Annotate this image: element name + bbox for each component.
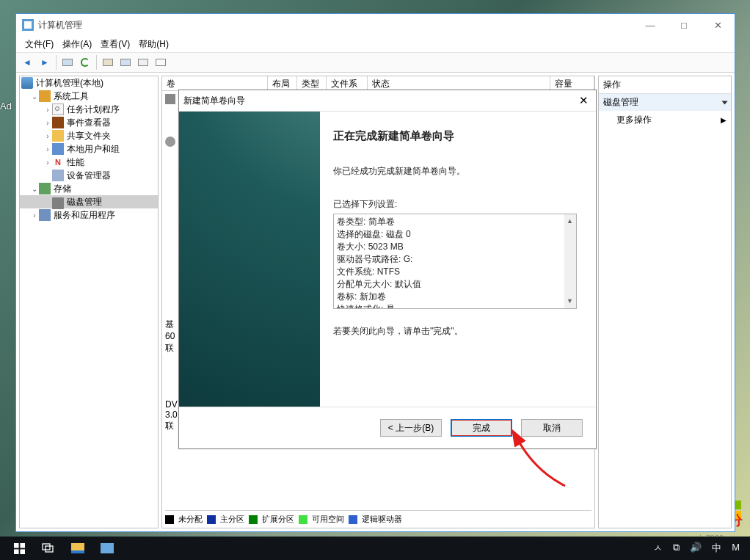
wizard-text-success: 你已经成功完成新建简单卷向导。 xyxy=(333,165,583,178)
taskbar[interactable]: ㅅ ⧉ 🔊 中 M xyxy=(0,537,750,560)
actions-pane: 操作 磁盘管理 更多操作 ▶ xyxy=(598,76,732,528)
mgmt-icon xyxy=(21,77,33,89)
minimize-button[interactable]: — xyxy=(633,14,667,36)
file-explorer-button[interactable] xyxy=(63,537,92,560)
cdrom-row-icon xyxy=(165,137,175,147)
disk-icon xyxy=(52,197,64,209)
actions-section[interactable]: 磁盘管理 xyxy=(599,94,731,111)
task-view-button[interactable] xyxy=(34,537,63,560)
start-button[interactable] xyxy=(4,537,34,560)
tray-ime-zh-icon[interactable]: 中 xyxy=(712,542,721,555)
tray-overflow-icon[interactable]: ㅅ xyxy=(653,542,663,555)
wizard-back-button[interactable]: < 上一步(B) xyxy=(380,419,442,437)
tree-storage[interactable]: ⌄ 存储 xyxy=(20,182,158,195)
wizard-finish-button[interactable]: 完成 xyxy=(451,419,512,437)
expand-icon[interactable]: › xyxy=(43,106,52,114)
wizard-close-button[interactable]: ✕ xyxy=(576,94,591,107)
col-layout[interactable]: 布局 xyxy=(268,76,297,90)
maximize-button[interactable]: □ xyxy=(667,14,701,36)
expand-icon[interactable]: › xyxy=(43,159,52,167)
wizard-title: 新建简单卷向导 xyxy=(183,95,245,107)
section-collapse-icon[interactable] xyxy=(722,101,728,104)
expand-icon[interactable]: › xyxy=(43,119,52,127)
app-icon xyxy=(22,19,34,31)
tray-network-icon[interactable]: ⧉ xyxy=(673,542,680,555)
event-icon xyxy=(52,117,64,128)
disk-legend: 未分配 主分区 扩展分区 可用空间 逻辑驱动器 xyxy=(165,510,591,525)
swatch-logical xyxy=(349,515,357,524)
tree-system-tools[interactable]: ⌄ 系统工具 xyxy=(20,90,158,103)
navigation-tree[interactable]: 计算机管理(本地) ⌄ 系统工具 › 任务计划程序 › 事件查看器 › 共享文件… xyxy=(19,76,159,528)
col-capacity[interactable]: 容量 xyxy=(550,76,594,90)
menu-file[interactable]: 文件(F) xyxy=(21,37,58,52)
actions-more[interactable]: 更多操作 ▶ xyxy=(599,111,731,129)
wizard-summary-list[interactable]: 卷类型: 简单卷 选择的磁盘: 磁盘 0 卷大小: 5023 MB 驱动器号或路… xyxy=(333,214,577,309)
tree-local-users[interactable]: › 本地用户和组 xyxy=(20,142,158,156)
users-icon xyxy=(52,143,64,155)
col-type[interactable]: 类型 xyxy=(297,76,327,90)
toolbar-btn-4[interactable] xyxy=(117,54,134,70)
summary-scrollbar[interactable] xyxy=(564,214,576,308)
new-simple-volume-wizard: 新建简单卷向导 ✕ 正在完成新建简单卷向导 你已经成功完成新建简单卷向导。 已选… xyxy=(178,90,597,449)
tray-ime-mode-icon[interactable]: M xyxy=(732,542,740,555)
summary-line: 快速格式化: 是 xyxy=(337,303,573,309)
toolbar: ◄ ► xyxy=(16,52,735,73)
tree-disk-management[interactable]: › 磁盘管理 xyxy=(20,195,158,208)
col-filesystem[interactable]: 文件系统 xyxy=(327,76,368,90)
tools-icon xyxy=(39,90,51,102)
nav-back-button[interactable]: ◄ xyxy=(19,54,35,70)
wizard-footer: < 上一步(B) 完成 取消 xyxy=(179,407,596,448)
submenu-arrow-icon: ▶ xyxy=(721,116,727,124)
summary-line: 文件系统: NTFS xyxy=(337,266,573,278)
wizard-titlebar[interactable]: 新建简单卷向导 ✕ xyxy=(179,90,596,111)
swatch-primary xyxy=(207,515,216,524)
toolbar-btn-3[interactable] xyxy=(100,54,116,70)
titlebar[interactable]: 计算机管理 — □ ✕ xyxy=(16,14,735,36)
expand-icon[interactable]: › xyxy=(43,145,52,153)
tree-shared-folders[interactable]: › 共享文件夹 xyxy=(20,129,158,142)
menu-view[interactable]: 查看(V) xyxy=(96,37,134,52)
tray-volume-icon[interactable]: 🔊 xyxy=(690,542,702,555)
expand-icon[interactable]: › xyxy=(43,132,52,140)
disk0-block[interactable]: 基 60 联 xyxy=(165,319,175,354)
toolbar-btn-6[interactable] xyxy=(153,54,169,70)
wizard-cancel-button[interactable]: 取消 xyxy=(521,419,583,437)
menu-help[interactable]: 帮助(H) xyxy=(134,37,173,52)
storage-icon xyxy=(39,183,51,194)
svg-rect-1 xyxy=(20,543,25,548)
volume-list-header[interactable]: 卷 布局 类型 文件系统 状态 容量 xyxy=(162,76,594,91)
close-button[interactable]: ✕ xyxy=(701,14,735,36)
app-taskbar-button[interactable] xyxy=(92,537,122,560)
tree-task-scheduler[interactable]: › 任务计划程序 xyxy=(20,103,158,116)
col-volume[interactable]: 卷 xyxy=(162,76,268,90)
nav-forward-button[interactable]: ► xyxy=(37,54,53,70)
toolbar-btn-5[interactable] xyxy=(135,54,151,70)
tree-performance[interactable]: › N 性能 xyxy=(20,156,158,169)
cdrom-block[interactable]: DV 3.0 联 xyxy=(165,399,178,432)
collapse-icon[interactable]: ⌄ xyxy=(30,92,39,101)
wizard-sidebar-image xyxy=(179,112,320,407)
tree-event-viewer[interactable]: › 事件查看器 xyxy=(20,116,158,129)
system-tray[interactable]: ㅅ ⧉ 🔊 中 M xyxy=(653,542,746,555)
toolbar-refresh-button[interactable] xyxy=(77,54,93,70)
summary-line: 卷大小: 5023 MB xyxy=(337,241,573,253)
collapse-icon[interactable]: ⌄ xyxy=(30,185,39,193)
svg-rect-5 xyxy=(45,546,53,552)
summary-line: 选择的磁盘: 磁盘 0 xyxy=(337,228,573,241)
scheduler-icon xyxy=(52,103,64,115)
devmgr-icon xyxy=(52,170,64,181)
svg-rect-4 xyxy=(43,544,50,550)
expand-icon[interactable]: › xyxy=(30,211,39,219)
tree-device-manager[interactable]: › 设备管理器 xyxy=(20,169,158,182)
summary-line: 驱动器号或路径: G: xyxy=(337,253,573,266)
summary-line: 卷类型: 简单卷 xyxy=(337,216,573,228)
col-status[interactable]: 状态 xyxy=(368,76,550,90)
toolbar-btn-1[interactable] xyxy=(59,54,76,70)
tree-services-apps[interactable]: › 服务和应用程序 xyxy=(20,208,158,222)
menu-action[interactable]: 操作(A) xyxy=(58,37,96,52)
window-title: 计算机管理 xyxy=(38,19,82,32)
tree-root[interactable]: 计算机管理(本地) xyxy=(20,76,158,90)
volume-row-icon xyxy=(165,94,175,104)
actions-title: 操作 xyxy=(599,76,731,94)
wizard-content: 正在完成新建简单卷向导 你已经成功完成新建简单卷向导。 已选择下列设置: 卷类型… xyxy=(320,112,596,407)
